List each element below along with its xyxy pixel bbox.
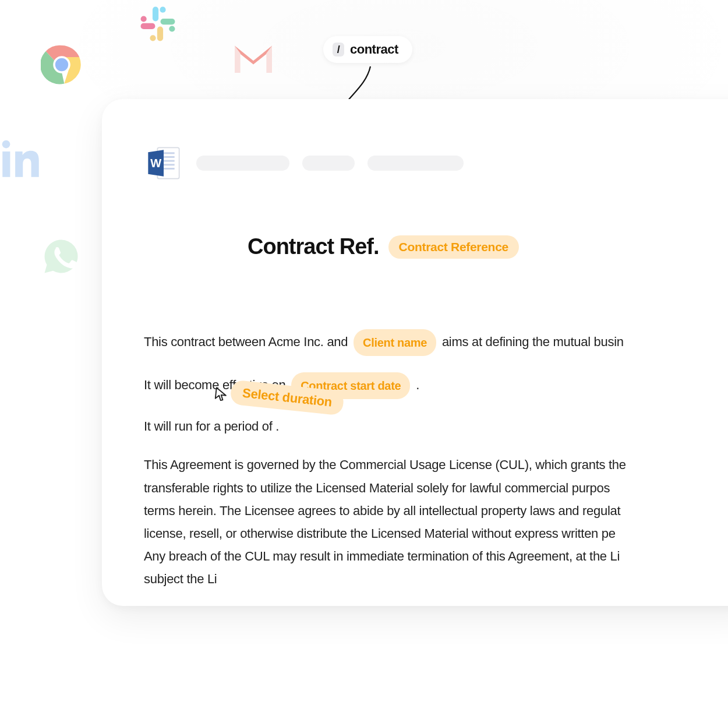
body-line-3: It will run for a period of .: [144, 415, 728, 437]
svg-rect-15: [162, 156, 174, 158]
cursor-icon: [213, 385, 231, 403]
svg-rect-18: [162, 168, 174, 170]
document-body: This contract between Acme Inc. and Clie…: [144, 329, 728, 590]
skeleton-placeholder: [196, 156, 289, 171]
slash-command-text: contract: [350, 42, 398, 57]
text-span: .: [412, 378, 419, 392]
svg-point-11: [2, 140, 10, 149]
svg-rect-3: [169, 26, 175, 31]
token-client-name[interactable]: Client name: [354, 329, 436, 356]
whatsapp-icon: [41, 236, 82, 277]
document-card: W Contract Ref. Contract Reference This …: [102, 99, 728, 606]
svg-rect-4: [157, 27, 163, 41]
svg-rect-5: [150, 35, 156, 41]
svg-rect-1: [160, 7, 165, 13]
document-title-row: Contract Ref. Contract Reference: [248, 234, 728, 259]
body-line-1: This contract between Acme Inc. and Clie…: [144, 329, 728, 356]
token-contract-reference[interactable]: Contract Reference: [388, 235, 519, 259]
svg-rect-0: [153, 7, 158, 22]
svg-rect-2: [161, 19, 175, 24]
skeleton-placeholder: [367, 156, 464, 171]
slash-key-icon: /: [333, 43, 344, 57]
skeleton-placeholder: [302, 156, 355, 171]
slash-command-pill[interactable]: / contract: [323, 36, 412, 63]
text-span: This contract between Acme Inc. and: [144, 334, 351, 349]
svg-rect-16: [162, 160, 174, 162]
document-title: Contract Ref.: [248, 234, 379, 259]
text-span: aims at defining the mutual busin: [439, 334, 624, 349]
linkedin-icon: [0, 137, 43, 181]
text-span: license, resell, or otherwise distribute…: [144, 526, 616, 541]
text-span: Any breach of the CUL may result in imme…: [144, 549, 620, 563]
chrome-icon: [41, 44, 83, 86]
gmail-icon: [230, 41, 277, 77]
text-span: transferable rights to utilize the Licen…: [144, 481, 610, 495]
slack-icon: [137, 3, 179, 45]
text-span: terms herein. The Licensee agrees to abi…: [144, 503, 620, 518]
svg-rect-6: [141, 23, 156, 29]
body-para-4: This Agreement is governed by the Commer…: [144, 453, 728, 590]
svg-text:W: W: [150, 157, 161, 170]
svg-rect-7: [141, 16, 147, 22]
ms-word-icon: W: [144, 144, 183, 182]
text-span: subject the Li: [144, 572, 217, 586]
document-header: W: [144, 144, 728, 182]
text-span: This Agreement is governed by the Commer…: [144, 457, 626, 472]
svg-rect-12: [2, 151, 10, 177]
svg-rect-14: [162, 152, 174, 154]
svg-rect-17: [162, 164, 174, 165]
